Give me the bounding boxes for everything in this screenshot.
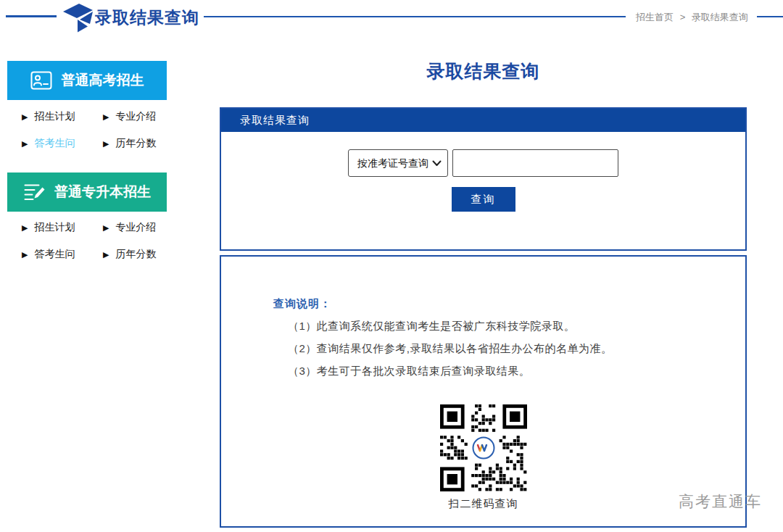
sidebar-item-zhaosheng-jihua-2[interactable]: ▶ 招生计划: [7, 220, 88, 236]
note-line-2: （2）查询结果仅作参考,录取结果以各省招生办公布的名单为准。: [288, 341, 745, 356]
breadcrumb: 招生首页 > 录取结果查询: [636, 11, 748, 24]
header-divider-left: [6, 15, 57, 17]
triangle-marker-icon: ▶: [103, 140, 109, 148]
sidebar-menu-zhuanshengben: ▶ 招生计划 ▶ 专业介绍 ▶ 答考生问 ▶ 历年分数: [7, 220, 170, 262]
id-card-icon: [30, 71, 52, 90]
triangle-marker-icon: ▶: [103, 113, 109, 121]
sidebar-item-linian-fenshu-2[interactable]: ▶ 历年分数: [88, 246, 170, 262]
notes-panel: 查询说明： （1）此查询系统仅能查询考生是否被广东科技学院录取。 （2）查询结果…: [220, 255, 747, 528]
watermark: 高考直通车: [679, 491, 762, 512]
triangle-marker-icon: ▶: [22, 140, 28, 148]
query-type-select[interactable]: 按准考证号查询: [348, 149, 448, 177]
sidebar-item-zhaosheng-jihua[interactable]: ▶ 招生计划: [7, 109, 88, 125]
breadcrumb-current: 录取结果查询: [692, 12, 748, 22]
site-logo-icon: [61, 2, 94, 34]
triangle-marker-icon: ▶: [22, 224, 28, 232]
note-line-1: （1）此查询系统仅能查询考生是否被广东科技学院录取。: [288, 319, 745, 333]
sidebar-item-linian-fenshu[interactable]: ▶ 历年分数: [88, 136, 170, 151]
triangle-marker-icon: ▶: [103, 251, 109, 259]
sidebar-item-zhuanye-jieshao[interactable]: ▶ 专业介绍: [88, 109, 170, 125]
sidebar-item-dakaoshengwen-2[interactable]: ▶ 答考生问: [7, 246, 88, 262]
page-title: 录取结果查询: [220, 59, 747, 83]
query-input[interactable]: [452, 149, 618, 177]
sidebar-section-gaokao[interactable]: 普通高考招生: [7, 61, 167, 100]
triangle-marker-icon: ▶: [22, 113, 28, 121]
triangle-marker-icon: ▶: [103, 224, 109, 232]
search-button[interactable]: 查询: [452, 187, 515, 212]
query-form-row: 按准考证号查询: [221, 149, 745, 177]
document-pencil-icon: [23, 183, 45, 202]
qr-block: 扫二维码查询: [221, 404, 745, 511]
query-type-select-wrap: 按准考证号查询: [348, 149, 448, 177]
qr-caption: 扫二维码查询: [449, 497, 518, 511]
query-panel: 录取结果查询 按准考证号查询 查询: [220, 107, 747, 251]
header-divider-right: [757, 16, 783, 17]
breadcrumb-home-link[interactable]: 招生首页: [636, 12, 674, 22]
sidebar-item-dakaoshengwen[interactable]: ▶ 答考生问: [7, 136, 88, 151]
page: 录取结果查询 招生首页 > 录取结果查询 普通高考招生 ▶ 招生计划 ▶ 专业介…: [0, 0, 783, 532]
sidebar-section-zhuanshengben[interactable]: 普通专升本招生: [7, 173, 167, 212]
sidebar-menu-gaokao: ▶ 招生计划 ▶ 专业介绍 ▶ 答考生问 ▶ 历年分数: [7, 109, 170, 151]
notes-title: 查询说明：: [273, 297, 745, 311]
query-notes: 查询说明： （1）此查询系统仅能查询考生是否被广东科技学院录取。 （2）查询结果…: [273, 297, 745, 378]
header-divider-middle: [204, 16, 626, 17]
qr-code: [440, 404, 527, 491]
sidebar-section-title: 普通专升本招生: [54, 183, 151, 201]
breadcrumb-separator: >: [680, 12, 686, 22]
note-line-3: （3）考生可于各批次录取结束后查询录取结果。: [288, 364, 745, 378]
sidebar-section-title: 普通高考招生: [62, 71, 144, 90]
site-title: 录取结果查询: [95, 7, 199, 29]
query-panel-header: 录取结果查询: [221, 109, 745, 132]
triangle-marker-icon: ▶: [22, 251, 28, 259]
sidebar-item-zhuanye-jieshao-2[interactable]: ▶ 专业介绍: [88, 220, 170, 236]
